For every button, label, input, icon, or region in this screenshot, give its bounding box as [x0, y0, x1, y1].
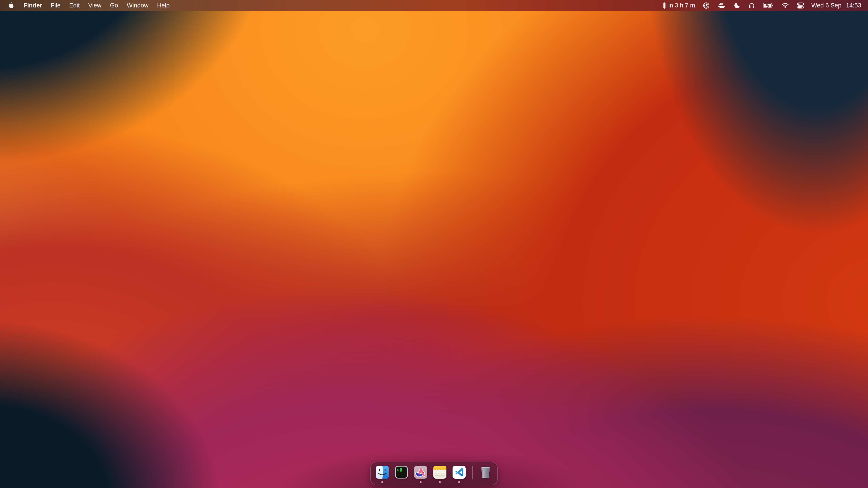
control-center-menu-item[interactable] — [793, 0, 808, 11]
dock-item-notes[interactable] — [433, 466, 446, 479]
menu-item-help[interactable]: Help — [153, 0, 174, 11]
menu-item-view[interactable]: View — [84, 0, 106, 11]
dock-item-arc[interactable] — [414, 466, 427, 479]
battery-charging-icon — [763, 2, 774, 8]
apple-logo-icon — [8, 2, 14, 9]
dock-item-finder[interactable] — [376, 466, 389, 479]
control-center-icon — [797, 2, 804, 9]
menu-item-window[interactable]: Window — [123, 0, 153, 11]
dock: $ — [370, 462, 498, 485]
1password-icon — [703, 2, 710, 9]
menu-bar-status: in 3 h 7 m — [659, 0, 868, 11]
apple-menu[interactable] — [7, 0, 19, 11]
terminal-icon: $ — [395, 466, 408, 479]
notes-icon — [433, 466, 446, 479]
menu-bar: Finder File Edit View Go Window Help in … — [0, 0, 868, 11]
running-indicator — [381, 481, 383, 483]
wifi-icon — [781, 2, 789, 8]
status-timer[interactable]: in 3 h 7 m — [659, 0, 699, 11]
running-indicator — [439, 481, 441, 483]
timer-bar-icon — [663, 2, 665, 8]
menu-bar-clock[interactable]: Wed 6 Sep 14:53 — [808, 2, 861, 9]
dock-item-terminal[interactable]: $ — [395, 466, 408, 479]
clock-date: Wed 6 Sep — [811, 2, 841, 9]
focus-menu-item[interactable] — [730, 0, 744, 11]
docker-icon — [717, 2, 726, 9]
timer-text: in 3 h 7 m — [669, 2, 695, 9]
svg-text:$: $ — [397, 468, 399, 472]
trash-icon — [479, 466, 492, 479]
menu-item-file[interactable]: File — [46, 0, 65, 11]
audio-menu-item[interactable] — [744, 0, 759, 11]
dock-separator — [472, 466, 473, 479]
wallpaper-ventura[interactable] — [0, 0, 868, 488]
desktop: Finder File Edit View Go Window Help in … — [0, 0, 868, 488]
arc-browser-icon — [414, 466, 427, 479]
dock-item-trash[interactable] — [479, 466, 492, 479]
battery-menu-item[interactable] — [759, 0, 778, 11]
headphones-icon — [748, 2, 755, 9]
1password-menu-item[interactable] — [699, 0, 714, 11]
dock-item-vscode[interactable] — [453, 466, 466, 479]
vscode-icon — [453, 466, 466, 479]
finder-icon — [376, 466, 389, 479]
running-indicator — [458, 481, 460, 483]
menu-item-finder[interactable]: Finder — [19, 0, 46, 11]
running-indicator — [420, 481, 422, 483]
focus-moon-icon — [734, 2, 741, 9]
clock-time: 14:53 — [846, 2, 861, 9]
docker-menu-item[interactable] — [714, 0, 730, 11]
menu-item-edit[interactable]: Edit — [65, 0, 84, 11]
wifi-menu-item[interactable] — [778, 0, 793, 11]
menu-bar-left: Finder File Edit View Go Window Help — [0, 0, 174, 11]
menu-item-go[interactable]: Go — [106, 0, 123, 11]
